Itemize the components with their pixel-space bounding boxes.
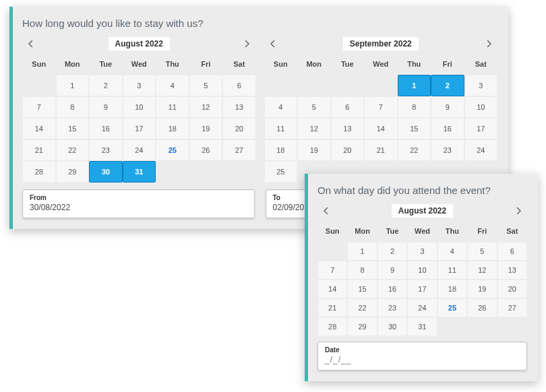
day-cell[interactable]: 12	[467, 261, 497, 280]
day-cell[interactable]: 23	[431, 139, 464, 161]
day-cell[interactable]: 4	[264, 96, 298, 118]
day-cell[interactable]: 18	[156, 118, 189, 139]
day-cell[interactable]: 28	[317, 317, 347, 336]
day-cell[interactable]: 28	[22, 161, 56, 183]
day-cell[interactable]: 6	[331, 96, 365, 118]
day-cell[interactable]: 10	[407, 261, 437, 280]
day-cell[interactable]: 7	[364, 96, 398, 118]
day-cell[interactable]: 31	[123, 161, 156, 183]
day-cell[interactable]: 11	[156, 96, 189, 118]
day-cell[interactable]: 2	[377, 242, 407, 261]
day-cell[interactable]: 12	[297, 118, 331, 139]
day-cell[interactable]: 26	[467, 298, 497, 317]
day-cell[interactable]: 17	[464, 118, 498, 139]
day-cell[interactable]: 19	[189, 118, 223, 139]
day-cell[interactable]: 3	[123, 75, 156, 96]
day-cell[interactable]: 6	[222, 75, 256, 96]
day-cell[interactable]: 27	[497, 298, 527, 317]
day-cell[interactable]: 2	[431, 75, 464, 96]
day-cell-empty	[189, 161, 223, 183]
day-cell[interactable]: 17	[407, 280, 437, 298]
day-cell[interactable]: 1	[347, 242, 377, 261]
day-cell[interactable]: 15	[398, 118, 431, 139]
day-cell[interactable]: 11	[437, 261, 467, 280]
day-cell[interactable]: 14	[317, 280, 347, 298]
day-cell[interactable]: 2	[89, 75, 123, 96]
day-cell[interactable]: 23	[89, 139, 123, 161]
day-cell[interactable]: 14	[22, 118, 56, 139]
day-cell[interactable]: 18	[264, 139, 298, 161]
day-cell[interactable]: 13	[497, 261, 527, 280]
day-cell[interactable]: 9	[431, 96, 464, 118]
day-cell[interactable]: 5	[189, 75, 223, 96]
day-cell[interactable]: 21	[22, 139, 56, 161]
day-cell[interactable]: 7	[317, 261, 347, 280]
day-cell[interactable]: 30	[89, 161, 123, 183]
day-cell[interactable]: 1	[398, 75, 431, 96]
day-cell[interactable]: 15	[56, 118, 90, 139]
day-cell[interactable]: 8	[56, 96, 90, 118]
next-month-button[interactable]	[241, 38, 253, 50]
day-cell[interactable]: 9	[377, 261, 407, 280]
day-cell[interactable]: 1	[56, 75, 90, 96]
day-of-week-label: Tue	[89, 55, 123, 75]
day-cell[interactable]: 13	[222, 96, 256, 118]
day-cell[interactable]: 10	[123, 96, 156, 118]
day-cell[interactable]: 3	[407, 242, 437, 261]
prev-month-button[interactable]	[320, 205, 332, 217]
day-cell[interactable]: 11	[264, 118, 298, 139]
panel-title: How long would you like to stay with us?	[22, 18, 497, 29]
day-cell[interactable]: 10	[464, 96, 498, 118]
day-cell[interactable]: 16	[377, 280, 407, 298]
day-cell[interactable]: 5	[297, 96, 331, 118]
date-field[interactable]: Date _/_/__	[317, 341, 527, 370]
day-cell[interactable]: 22	[398, 139, 431, 161]
day-cell[interactable]: 13	[331, 118, 365, 139]
day-cell[interactable]: 17	[123, 118, 156, 139]
day-cell[interactable]: 22	[347, 298, 377, 317]
day-cell[interactable]: 18	[437, 280, 467, 298]
day-cell[interactable]: 27	[222, 139, 256, 161]
day-cell[interactable]: 3	[464, 75, 498, 96]
day-cell[interactable]: 7	[22, 96, 56, 118]
day-cell[interactable]: 8	[347, 261, 377, 280]
day-cell[interactable]: 31	[407, 317, 437, 336]
day-cell[interactable]: 9	[89, 96, 123, 118]
day-cell[interactable]: 19	[467, 280, 497, 298]
day-cell[interactable]: 26	[189, 139, 223, 161]
day-cell[interactable]: 6	[497, 242, 527, 261]
next-month-button[interactable]	[512, 205, 524, 217]
day-cell[interactable]: 25	[437, 298, 467, 317]
day-cell[interactable]: 21	[364, 139, 398, 161]
prev-month-button[interactable]	[25, 38, 37, 50]
day-cell[interactable]: 29	[56, 161, 90, 183]
day-cell[interactable]: 12	[189, 96, 223, 118]
field-label: From	[30, 194, 247, 201]
day-cell[interactable]: 15	[347, 280, 377, 298]
day-cell[interactable]: 25	[264, 161, 298, 183]
day-cell[interactable]: 20	[497, 280, 527, 298]
day-cell[interactable]: 16	[89, 118, 123, 139]
day-cell[interactable]: 21	[317, 298, 347, 317]
day-cell[interactable]: 19	[297, 139, 331, 161]
day-cell[interactable]: 25	[156, 139, 189, 161]
day-cell[interactable]: 20	[222, 118, 256, 139]
day-cell[interactable]: 8	[398, 96, 431, 118]
day-of-week-label: Mon	[297, 55, 331, 75]
day-cell[interactable]: 4	[156, 75, 189, 96]
day-cell[interactable]: 29	[347, 317, 377, 336]
day-cell[interactable]: 23	[377, 298, 407, 317]
day-cell[interactable]: 5	[467, 242, 497, 261]
next-month-button[interactable]	[483, 38, 495, 50]
prev-month-button[interactable]	[267, 38, 279, 50]
day-cell[interactable]: 24	[123, 139, 156, 161]
day-cell[interactable]: 24	[407, 298, 437, 317]
from-date-field[interactable]: From 30/08/2022	[22, 189, 255, 218]
day-cell[interactable]: 14	[364, 118, 398, 139]
day-cell[interactable]: 30	[377, 317, 407, 336]
day-cell[interactable]: 16	[431, 118, 464, 139]
day-cell[interactable]: 22	[56, 139, 90, 161]
day-cell[interactable]: 4	[437, 242, 467, 261]
day-cell[interactable]: 20	[331, 139, 365, 161]
day-cell[interactable]: 24	[464, 139, 498, 161]
